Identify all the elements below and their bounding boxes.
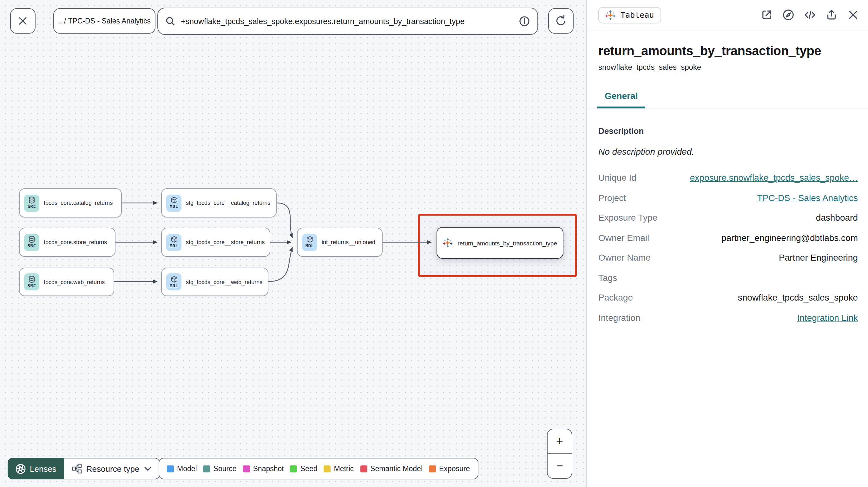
search-input[interactable] <box>181 17 513 26</box>
source-swatch <box>204 465 210 472</box>
node-label: stg_tpcds_core__store_returns <box>186 239 265 246</box>
lenses-label: Lenses <box>30 464 57 474</box>
node-model-stg-catalog-returns[interactable]: MDL stg_tpcds_core__catalog_returns <box>161 188 277 218</box>
share-icon[interactable] <box>826 9 838 21</box>
lineage-canvas[interactable]: .. / TPC-DS - Sales Analytics <box>0 0 586 487</box>
page-title: return_amounts_by_transaction_type <box>598 44 857 58</box>
resource-type-legend: Model Source Snapshot Seed Metric Semant… <box>159 458 478 479</box>
semantic-model-swatch <box>360 465 367 472</box>
field-row-project: Project TPC-DS - Sales Analytics <box>598 192 858 203</box>
unique-id-link[interactable]: exposure.snowflake_tpcds_sales_spoke… <box>690 172 858 183</box>
search-icon <box>165 17 175 26</box>
dbt-explorer-lineage-view: .. / TPC-DS - Sales Analytics <box>0 0 868 487</box>
node-model-stg-web-returns[interactable]: MDL stg_tpcds_core__web_returns <box>161 268 269 296</box>
zoom-controls: + − <box>547 429 572 479</box>
model-badge: MDL <box>166 194 182 212</box>
panel-header: Tableau <box>587 0 868 30</box>
node-label: int_returns__unioned <box>322 239 375 246</box>
node-label: stg_tpcds_core__web_returns <box>186 279 262 285</box>
legend-item-metric: Metric <box>323 465 354 473</box>
field-row-owner-email: Owner Email partner_engineering@dbtlabs.… <box>598 232 858 242</box>
code-icon[interactable] <box>804 9 816 21</box>
node-source-catalog-returns[interactable]: SRC tpcds_core.catalog_returns <box>19 188 122 218</box>
database-icon <box>29 197 35 203</box>
breadcrumb[interactable]: .. / TPC-DS - Sales Analytics <box>53 8 155 34</box>
zoom-in-button[interactable]: + <box>548 429 572 453</box>
close-lineage-button[interactable] <box>10 8 35 34</box>
field-row-package: Package snowflake_tpcds_sales_spoke <box>598 292 858 302</box>
field-row-unique-id: Unique Id exposure.snowflake_tpcds_sales… <box>598 172 858 183</box>
node-model-stg-store-returns[interactable]: MDL stg_tpcds_core__store_returns <box>161 228 270 257</box>
refresh-icon <box>555 14 567 27</box>
refresh-lineage-button[interactable] <box>548 8 574 34</box>
model-badge: MDL <box>166 273 182 290</box>
source-badge: SRC <box>24 194 39 212</box>
info-icon[interactable] <box>519 16 530 27</box>
legend-item-snapshot: Snapshot <box>243 465 284 473</box>
node-label: tpcds_core.catalog_returns <box>44 200 113 206</box>
package-subtitle: snowflake_tpcds_sales_spoke <box>598 63 857 72</box>
close-icon[interactable] <box>847 9 859 21</box>
database-icon <box>29 236 35 243</box>
legend-item-seed: Seed <box>290 465 317 473</box>
external-link-icon[interactable] <box>761 9 773 21</box>
panel-header-actions <box>761 9 859 21</box>
lenses-button[interactable]: Lenses <box>8 458 64 479</box>
tab-general[interactable]: General <box>597 91 645 108</box>
field-row-tags: Tags <box>598 272 858 283</box>
legend-item-exposure: Exposure <box>429 465 470 473</box>
node-source-store-returns[interactable]: SRC tpcds_core.store_returns <box>19 228 116 257</box>
tableau-logo-icon <box>443 236 453 249</box>
resource-type-label: Resource type <box>86 464 140 474</box>
plus-icon: + <box>556 434 563 448</box>
model-badge: MDL <box>302 234 317 251</box>
legend-item-source: Source <box>204 465 237 473</box>
close-icon <box>17 15 29 27</box>
compass-icon[interactable] <box>782 9 795 21</box>
legend-item-semantic-model: Semantic Model <box>360 465 423 473</box>
chevron-down-icon <box>144 466 152 472</box>
resource-type-dropdown[interactable]: Resource type <box>64 458 160 479</box>
node-model-int-returns-unioned[interactable]: MDL int_returns__unioned <box>297 228 382 257</box>
node-label: stg_tpcds_core__catalog_returns <box>186 200 270 206</box>
panel-content: Description No description provided. Uni… <box>587 108 868 322</box>
database-icon <box>29 275 35 283</box>
tableau-logo-icon <box>605 10 616 20</box>
seed-swatch <box>290 465 297 472</box>
project-link[interactable]: TPC-DS - Sales Analytics <box>757 192 858 203</box>
description-label: Description <box>598 126 858 136</box>
zoom-out-button[interactable]: − <box>548 453 572 478</box>
panel-tabs: General <box>587 90 868 108</box>
node-exposure-return-amounts[interactable]: return_amounts_by_transaction_type <box>437 227 563 259</box>
node-source-web-returns[interactable]: SRC tpcds_core.web_returns <box>19 268 114 296</box>
node-label: tpcds_core.web_returns <box>44 279 105 285</box>
breadcrumb-label: .. / TPC-DS - Sales Analytics <box>58 17 151 25</box>
source-badge: SRC <box>24 273 39 290</box>
description-value: No description provided. <box>598 147 858 157</box>
minus-icon: − <box>556 459 563 473</box>
model-swatch <box>167 465 174 472</box>
cube-icon <box>170 197 177 203</box>
cube-icon <box>306 236 313 243</box>
metric-swatch <box>323 465 331 472</box>
legend-item-model: Model <box>167 465 197 473</box>
node-label: return_amounts_by_transaction_type <box>458 239 557 246</box>
snapshot-swatch <box>243 465 250 472</box>
model-badge: MDL <box>166 234 182 251</box>
lineage-search[interactable] <box>157 8 538 35</box>
exposure-swatch <box>429 465 436 472</box>
field-row-exposure-type: Exposure Type dashboard <box>598 213 858 223</box>
source-badge: SRC <box>24 234 39 251</box>
cube-icon <box>170 275 177 283</box>
node-label: tpcds_core.store_returns <box>44 239 107 246</box>
field-row-owner-name: Owner Name Partner Engineering <box>598 252 858 262</box>
cube-icon <box>170 236 177 243</box>
node-details-panel: Tableau return_amounts_by_transaction_ty… <box>586 0 868 487</box>
aperture-icon <box>15 463 26 474</box>
integration-badge-label: Tableau <box>621 10 654 20</box>
panel-title-block: return_amounts_by_transaction_type snowf… <box>587 30 868 72</box>
detail-fields: Unique Id exposure.snowflake_tpcds_sales… <box>598 172 858 322</box>
hierarchy-icon <box>72 463 82 474</box>
lenses-controls: Lenses Resource type <box>8 458 160 479</box>
integration-link[interactable]: Integration Link <box>797 312 858 322</box>
